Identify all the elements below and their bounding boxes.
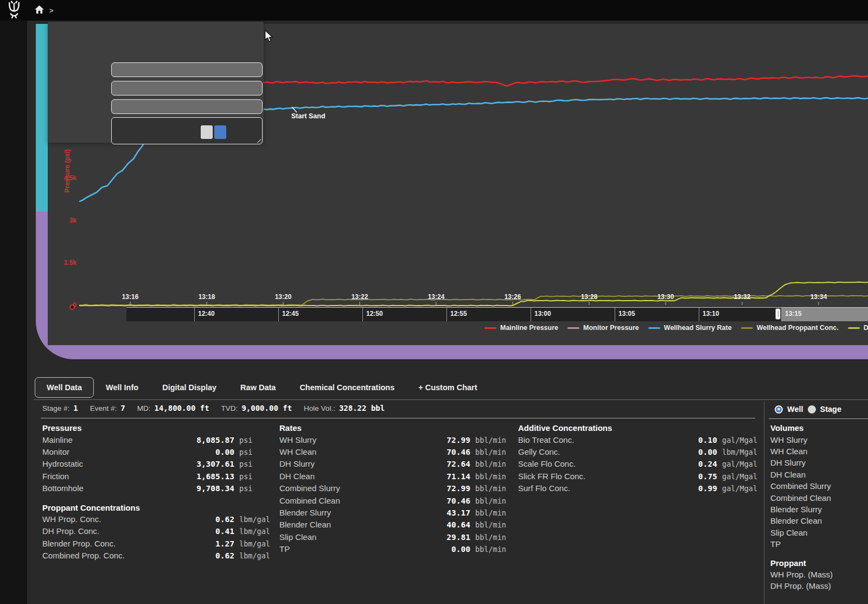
column-rates: RatesWH Slurry72.99bbl/minWH Clean70.46b… — [279, 422, 510, 563]
legend-item[interactable]: Mainline Pressure — [484, 324, 558, 332]
table-row: Blender Prop. Conc.1.27lbm/gal — [42, 538, 274, 550]
row-unit: gal/Mgal — [717, 471, 757, 482]
section-divider — [41, 418, 755, 418]
totals-row-label: WH Clean — [770, 446, 868, 457]
table-row: WH Clean70.46bbl/min — [279, 446, 510, 458]
totals-row-label: Combined Slurry — [770, 480, 868, 492]
totals-row-label: Combined Clean — [770, 492, 868, 504]
section-additive-concentrations: Additive ConcentrationsBio Treat Conc.0.… — [518, 422, 757, 495]
row-value: 0.00 — [419, 544, 470, 555]
navigator-tick-label: 12:55 — [450, 310, 467, 317]
row-label: Slip Clean — [279, 531, 419, 543]
row-unit: bbl/min — [470, 447, 510, 458]
row-unit: lbm/gal — [234, 538, 274, 550]
section-title: Pressures — [42, 422, 274, 434]
x-axis-tick: 13:18 — [199, 293, 215, 301]
table-row: WH Slurry72.99bbl/min — [279, 434, 510, 446]
table-row: DH Clean71.14bbl/min — [279, 471, 510, 482]
row-value: 1.27 — [183, 538, 234, 550]
totals-row: DH Slurry — [770, 457, 868, 468]
column-pressures: PressuresMainline8,085.87psiMonitor0.00p… — [42, 422, 274, 569]
legend-item[interactable]: Wellhead Slurry Rate — [648, 324, 732, 332]
row-value: 0.62 — [183, 550, 234, 562]
tab-well-data[interactable]: Well Data — [35, 377, 94, 398]
totals-row: Combined Slurry — [770, 480, 868, 492]
x-axis-tick: 13:26 — [505, 293, 521, 301]
row-label: Scale Flo Conc. — [518, 458, 666, 469]
totals-row-label: DH Slurry — [770, 457, 868, 468]
tab-custom-chart[interactable]: + Custom Chart — [406, 377, 489, 398]
totals-row: WH Clean — [770, 446, 868, 457]
row-label: TP — [279, 543, 419, 555]
navigator-tick-label: 12:40 — [198, 310, 215, 317]
delete-button[interactable] — [201, 125, 213, 139]
y-axis-tick: 1.5k — [64, 259, 77, 266]
stage-info-value: 328.22 bbl — [339, 404, 385, 412]
row-label: DH Prop. Conc. — [42, 525, 183, 537]
totals-row: Slip Clean — [770, 527, 868, 538]
section-rates: RatesWH Slurry72.99bbl/minWH Clean70.46b… — [279, 422, 510, 556]
x-axis-tick: 13:32 — [734, 293, 751, 301]
x-axis-tick: 13:28 — [581, 293, 598, 301]
stage-info-label: TVD: — [221, 404, 238, 412]
legend-item[interactable]: Downhole Proppant Conc. — [848, 324, 868, 332]
row-value: 70.46 — [419, 495, 470, 507]
chart-annotation-label: Start Sand — [291, 112, 326, 120]
x-axis-tick: 13:34 — [810, 293, 827, 301]
table-row: WH Prop. Conc.0.62lbm/gal — [42, 513, 274, 525]
y-axis-tick: 0 — [73, 301, 76, 309]
navigator-separator — [446, 308, 447, 321]
row-value: 70.46 — [419, 447, 470, 458]
row-unit: bbl/min — [470, 519, 510, 531]
table-row: Slick FR Flo Conc.0.75gal/Mgal — [518, 471, 757, 482]
time-navigator[interactable]: 12:4012:4512:5012:5513:0013:0513:1013:15… — [126, 307, 868, 321]
totals-list: VolumesWH SlurryWH CleanDH SlurryDH Clea… — [770, 422, 868, 592]
row-unit: bbl/min — [470, 459, 510, 470]
home-breadcrumb-icon[interactable] — [35, 5, 44, 15]
legend-item[interactable]: Monitor Pressure — [567, 324, 639, 332]
row-unit: bbl/min — [470, 544, 510, 555]
navigator-separator — [781, 308, 782, 321]
row-value: 43.17 — [419, 507, 470, 519]
tab-raw-data[interactable]: Raw Data — [228, 377, 288, 398]
navigator-separator — [615, 308, 615, 321]
row-unit: bbl/min — [470, 471, 510, 482]
legend-item[interactable]: Wellhead Proppant Conc. — [741, 324, 839, 332]
y-axis-tick: 4.5k — [64, 174, 77, 182]
totals-row: DH Prop. (Mass) — [770, 580, 868, 592]
row-value: 3,307.61 — [183, 459, 234, 470]
stage-info-value: 9,000.00 ft — [241, 404, 292, 412]
table-row: Blender Clean40.64bbl/min — [279, 519, 510, 531]
row-unit: lbm/gal — [234, 550, 274, 562]
row-label: DH Slurry — [279, 458, 419, 469]
row-value: 40.64 — [419, 519, 470, 531]
tab-chemical-concentrations[interactable]: Chemical Concentrations — [288, 377, 406, 398]
section-title: Additive Concentrations — [518, 422, 757, 434]
value-field[interactable] — [111, 99, 263, 114]
radio-total-by-stage[interactable] — [808, 405, 816, 414]
update-button[interactable] — [214, 125, 226, 139]
row-label: WH Slurry — [279, 434, 419, 446]
row-unit: bbl/min — [470, 483, 510, 494]
row-unit: bbl/min — [470, 495, 510, 507]
channel-field[interactable] — [111, 62, 263, 77]
tab-well-info[interactable]: Well Info — [94, 377, 150, 398]
radio-total-by-well[interactable] — [775, 405, 783, 414]
stage-info-pair: Stage #:1 — [42, 404, 78, 412]
row-value: 71.14 — [419, 471, 470, 482]
comment-field[interactable] — [111, 117, 263, 144]
section-title: Proppant Concentrations — [42, 502, 274, 514]
radio-label-well: Well — [787, 405, 803, 414]
y-axis-tick: 3k — [69, 217, 77, 224]
row-label: Gelly Conc. — [518, 446, 666, 457]
breadcrumb-separator: > — [49, 7, 54, 15]
row-label: Combined Slurry — [279, 482, 419, 494]
navigator-drag-handle[interactable] — [775, 308, 781, 320]
tab-digital-display[interactable]: Digital Display — [150, 377, 228, 398]
navigator-separator — [194, 308, 195, 321]
datetime-field[interactable] — [111, 81, 263, 96]
totals-row-label: WH Slurry — [770, 434, 868, 446]
row-unit: psi — [234, 471, 274, 482]
annotation-marker — [70, 305, 74, 309]
row-value: 9,708.34 — [183, 483, 234, 494]
